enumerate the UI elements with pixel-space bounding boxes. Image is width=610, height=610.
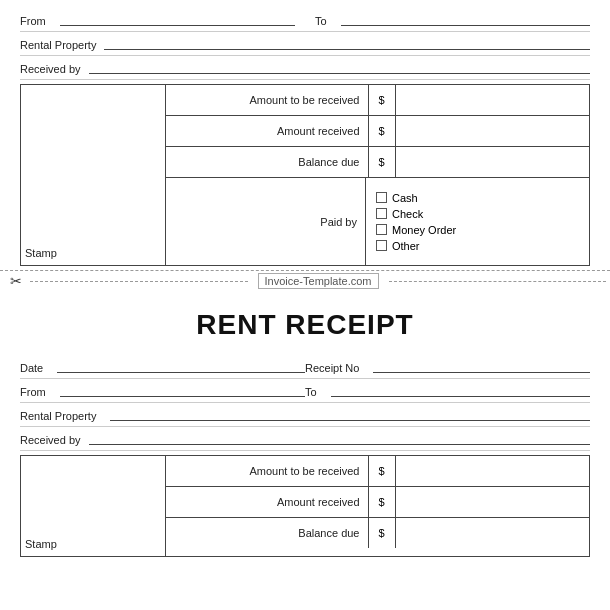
receipt-from-input[interactable]	[60, 383, 305, 397]
top-money-order-option: Money Order	[376, 224, 456, 236]
top-amount-to-receive-label: Amount to be received	[166, 94, 368, 106]
top-check-option: Check	[376, 208, 456, 220]
top-paid-by-label: Paid by	[166, 178, 366, 265]
top-rental-property-input[interactable]	[104, 36, 590, 50]
top-amount-to-receive-dollar: $	[368, 85, 396, 115]
receipt-amount-to-receive-dollar: $	[368, 456, 396, 486]
receipt-rental-property-input[interactable]	[110, 407, 590, 421]
receipt-to-field: To	[305, 383, 590, 398]
receipt-from-to-row: From To	[20, 379, 590, 403]
top-balance-due-row: Balance due $	[166, 147, 589, 178]
top-amount-to-receive-value[interactable]	[396, 85, 590, 115]
top-from-field: From	[20, 12, 295, 27]
receipt-received-by-input[interactable]	[89, 431, 590, 445]
top-balance-due-value[interactable]	[396, 147, 590, 177]
top-payment-options: Cash Check Money Order Other	[366, 178, 466, 265]
top-other-option: Other	[376, 240, 456, 252]
top-received-by-input[interactable]	[89, 60, 590, 74]
scissors-icon: ✂	[10, 273, 22, 289]
receipt-received-by-row: Received by	[20, 427, 590, 451]
top-received-by-label: Received by	[20, 63, 81, 75]
receipt-amount-received-dollar: $	[368, 487, 396, 517]
top-amount-received-value[interactable]	[396, 116, 590, 146]
top-amount-received-row: Amount received $	[166, 116, 589, 147]
receipt-receipt-no-label: Receipt No	[305, 362, 359, 374]
top-amount-to-receive-row: Amount to be received $	[166, 85, 589, 116]
receipt-date-receipt-no-row: Date Receipt No	[20, 355, 590, 379]
top-amount-received-dollar: $	[368, 116, 396, 146]
top-table-inner: Stamp Amount to be received $ Amount rec…	[21, 85, 589, 265]
receipt-amount-received-label: Amount received	[166, 496, 368, 508]
top-to-label: To	[315, 15, 327, 27]
top-paid-by-row: Paid by Cash Check Money O	[166, 178, 589, 265]
top-money-order-checkbox[interactable]	[376, 224, 387, 235]
receipt-to-label: To	[305, 386, 317, 398]
receipt-date-label: Date	[20, 362, 43, 374]
receipt-balance-due-row: Balance due $	[166, 518, 589, 548]
top-money-order-label: Money Order	[392, 224, 456, 236]
receipt-stamp-col: Stamp	[21, 456, 166, 556]
top-check-checkbox[interactable]	[376, 208, 387, 219]
top-from-label: From	[20, 15, 46, 27]
top-stamp-label: Stamp	[25, 245, 161, 261]
receipt-amount-to-receive-value[interactable]	[396, 456, 590, 486]
receipt-rental-property-field: Rental Property	[20, 407, 590, 422]
top-from-to-row: From To	[20, 8, 590, 32]
top-check-label: Check	[392, 208, 423, 220]
receipt-table: Stamp Amount to be received $ Amount rec…	[20, 455, 590, 557]
receipt-receipt-no-field: Receipt No	[305, 359, 590, 374]
top-rental-property-label: Rental Property	[20, 39, 96, 51]
receipt-rental-property-label: Rental Property	[20, 410, 96, 422]
receipt-balance-due-value[interactable]	[396, 518, 590, 548]
top-stamp-col: Stamp	[21, 85, 166, 265]
top-stub: From To Rental Property Received by Stam…	[0, 0, 610, 271]
top-cash-option: Cash	[376, 192, 456, 204]
receipt-rental-property-row: Rental Property	[20, 403, 590, 427]
top-cash-label: Cash	[392, 192, 418, 204]
receipt-receipt-no-input[interactable]	[373, 359, 590, 373]
receipt-from-field: From	[20, 383, 305, 398]
top-other-checkbox[interactable]	[376, 240, 387, 251]
top-balance-due-dollar: $	[368, 147, 396, 177]
receipt-balance-due-dollar: $	[368, 518, 396, 548]
receipt-stamp-label: Stamp	[25, 536, 161, 552]
receipt-date-field: Date	[20, 359, 305, 374]
receipt-amount-received-value[interactable]	[396, 487, 590, 517]
receipt-right-col: Amount to be received $ Amount received …	[166, 456, 589, 556]
top-to-input[interactable]	[341, 12, 590, 26]
top-right-col: Amount to be received $ Amount received …	[166, 85, 589, 265]
top-amount-received-label: Amount received	[166, 125, 368, 137]
receipt-table-inner: Stamp Amount to be received $ Amount rec…	[21, 456, 589, 556]
receipt-amount-received-row: Amount received $	[166, 487, 589, 518]
receipt-to-input[interactable]	[331, 383, 590, 397]
top-balance-due-label: Balance due	[166, 156, 368, 168]
dashed-line-left	[30, 281, 248, 282]
receipt-title: RENT RECEIPT	[20, 309, 590, 341]
top-cash-checkbox[interactable]	[376, 192, 387, 203]
top-table: Stamp Amount to be received $ Amount rec…	[20, 84, 590, 266]
receipt-amount-to-receive-label: Amount to be received	[166, 465, 368, 477]
receipt-date-input[interactable]	[57, 359, 305, 373]
receipt-received-by-label: Received by	[20, 434, 81, 446]
cut-line: ✂ Invoice-Template.com	[0, 271, 610, 291]
top-other-label: Other	[392, 240, 420, 252]
top-received-by-row: Received by	[20, 56, 590, 80]
watermark-text: Invoice-Template.com	[258, 273, 379, 289]
main-receipt: RENT RECEIPT Date Receipt No From To Ren…	[0, 291, 610, 571]
receipt-from-label: From	[20, 386, 46, 398]
receipt-amount-to-receive-row: Amount to be received $	[166, 456, 589, 487]
top-rental-property-row: Rental Property	[20, 32, 590, 56]
top-to-field: To	[315, 12, 590, 27]
dashed-line-right	[389, 281, 607, 282]
receipt-balance-due-label: Balance due	[166, 527, 368, 539]
top-from-input[interactable]	[60, 12, 295, 26]
